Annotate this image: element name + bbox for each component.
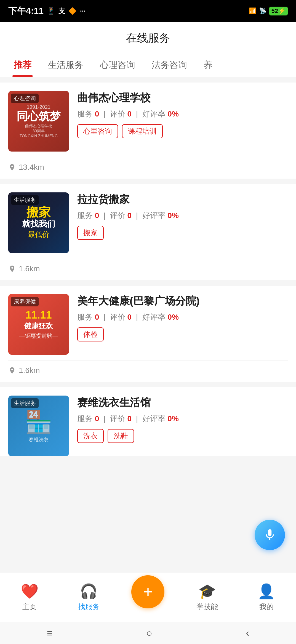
nav-home[interactable]: ❤️ 主页 [0,583,59,612]
card-location-2: 1.6km [8,259,288,280]
card-image-4: 🏪 赛维洗衣 生活服务 [8,396,69,456]
category-label-2: 生活服务 [11,195,39,205]
bottom-nav: ❤️ 主页 🎧 找服务 + 🎓 学技能 👤 我的 [0,572,296,622]
service-card-4[interactable]: 🏪 赛维洗衣 生活服务 赛维洗衣生活馆 服务 0 | 评价 0 | 好评率 0% [0,387,296,456]
card-main-2: 搬家 就找我们 最低价 生活服务 拉拉货搬家 服务 0 | 评价 0 | 好评率… [8,192,288,253]
alipay-icon: 支 [58,7,65,15]
nav-learn-skill[interactable]: 🎓 学技能 [178,583,237,612]
card-tags-4: 洗衣 洗鞋 [77,429,288,443]
home-icon: ❤️ [21,583,39,600]
tag-moving[interactable]: 搬家 [77,226,104,240]
service-card-1[interactable]: 1991-2021 同心筑梦 曲伟杰心理学校30周年TONGXIN ZHUMEN… [0,83,296,179]
back-button[interactable]: ‹ [246,627,249,639]
mine-label: 我的 [259,602,274,612]
card-location-1: 13.4km [8,157,288,179]
dots-icon: ··· [80,7,86,15]
status-time: 下午4:11 [8,5,44,17]
system-bar: ≡ ○ ‹ [0,622,296,644]
distance-text-2: 1.6km [19,264,40,273]
card-info-3: 美年大健康(巴黎广场分院) 服务 0 | 评价 0 | 好评率 0% 体检 [77,294,288,344]
card-stats-2: 服务 0 | 评价 0 | 好评率 0% [77,210,288,221]
card-tags-1: 心里咨询 课程培训 [77,124,288,138]
location-icon-1 [8,163,16,171]
card-image-3: 11.11 健康狂欢 —钜惠提前购— 康养保健 [8,294,69,355]
home-button[interactable]: ○ [146,627,152,639]
card-title-1: 曲伟杰心理学校 [77,91,288,105]
location-icon-2 [8,265,16,273]
find-service-label: 找服务 [78,602,100,612]
voice-fab-button[interactable] [255,520,285,550]
headset-icon: 🎧 [80,583,98,600]
tab-legal[interactable]: 法务咨询 [143,51,195,77]
card-image-1: 1991-2021 同心筑梦 曲伟杰心理学校30周年TONGXIN ZHUMEN… [8,91,69,152]
card-title-4: 赛维洗衣生活馆 [77,396,288,410]
tab-psychology[interactable]: 心理咨询 [92,51,143,77]
nav-mine[interactable]: 👤 我的 [237,583,296,612]
service-card-3[interactable]: 11.11 健康狂欢 —钜惠提前购— 康养保健 美年大健康(巴黎广场分院) 服务… [0,286,296,382]
tag-checkup[interactable]: 体检 [77,327,104,341]
card-title-3: 美年大健康(巴黎广场分院) [77,294,288,308]
nav-add[interactable]: + [118,586,178,608]
wifi-icon: 📡 [259,7,266,15]
category-label-3: 康养保健 [11,297,39,306]
card-image-2: 搬家 就找我们 最低价 生活服务 [8,192,69,253]
status-right: 📶 📡 52⚡ [249,7,288,15]
card-title-2: 拉拉货搬家 [77,192,288,206]
tag-course[interactable]: 课程培训 [122,124,163,138]
card-stats-1: 服务 0 | 评价 0 | 好评率 0% [77,109,288,119]
location-icon-3 [8,367,16,374]
card-tags-2: 搬家 [77,226,288,240]
card-main-1: 1991-2021 同心筑梦 曲伟杰心理学校30周年TONGXIN ZHUMEN… [8,91,288,152]
content-area: 1991-2021 同心筑梦 曲伟杰心理学校30周年TONGXIN ZHUMEN… [0,77,296,539]
battery-icon: 52⚡ [269,7,288,15]
nav-find-service[interactable]: 🎧 找服务 [59,583,119,612]
tab-health[interactable]: 养 [195,51,221,77]
plus-icon: + [143,582,153,601]
tag-laundry[interactable]: 洗衣 [77,429,104,443]
card-stats-3: 服务 0 | 评价 0 | 好评率 0% [77,312,288,322]
card-info-1: 曲伟杰心理学校 服务 0 | 评价 0 | 好评率 0% 心里咨询 课程培训 [77,91,288,141]
page-header: 在线服务 [0,22,296,51]
status-left: 下午4:11 📱 支 🔶 ··· [8,5,86,17]
tag-shoes[interactable]: 洗鞋 [108,429,134,443]
menu-icon[interactable]: ≡ [47,627,53,639]
page-title: 在线服务 [126,32,170,44]
category-label-1: 心理咨询 [11,94,39,103]
more-icon: 🔶 [68,7,77,15]
user-icon: 👤 [257,583,275,600]
service-card-2[interactable]: 搬家 就找我们 最低价 生活服务 拉拉货搬家 服务 0 | 评价 0 | 好评率… [0,184,296,280]
card-info-2: 拉拉货搬家 服务 0 | 评价 0 | 好评率 0% 搬家 [77,192,288,243]
status-bar: 下午4:11 📱 支 🔶 ··· 📶 📡 52⚡ [0,0,296,22]
tab-recommend[interactable]: 推荐 [6,51,40,77]
card-main-4: 🏪 赛维洗衣 生活服务 赛维洗衣生活馆 服务 0 | 评价 0 | 好评率 0% [8,396,288,456]
signal-icon: 📶 [249,7,256,15]
card-location-3: 1.6km [8,360,288,382]
bottom-spacer [0,462,296,534]
tag-psychology[interactable]: 心里咨询 [77,124,118,138]
home-label: 主页 [22,602,37,612]
category-label-4: 生活服务 [11,398,39,408]
tab-life-service[interactable]: 生活服务 [40,51,92,77]
learn-skill-label: 学技能 [196,602,218,612]
card-tags-3: 体检 [77,327,288,341]
card-info-4: 赛维洗衣生活馆 服务 0 | 评价 0 | 好评率 0% 洗衣 洗鞋 [77,396,288,446]
graduation-icon: 🎓 [198,583,216,600]
wechat-icon: 📱 [47,7,55,15]
card-stats-4: 服务 0 | 评价 0 | 好评率 0% [77,414,288,424]
distance-text-1: 13.4km [19,163,44,172]
tab-bar: 推荐 生活服务 心理咨询 法务咨询 养 [0,51,296,77]
card-main-3: 11.11 健康狂欢 —钜惠提前购— 康养保健 美年大健康(巴黎广场分院) 服务… [8,294,288,355]
distance-text-3: 1.6km [19,366,40,375]
microphone-icon [263,528,277,542]
add-button[interactable]: + [131,575,164,608]
